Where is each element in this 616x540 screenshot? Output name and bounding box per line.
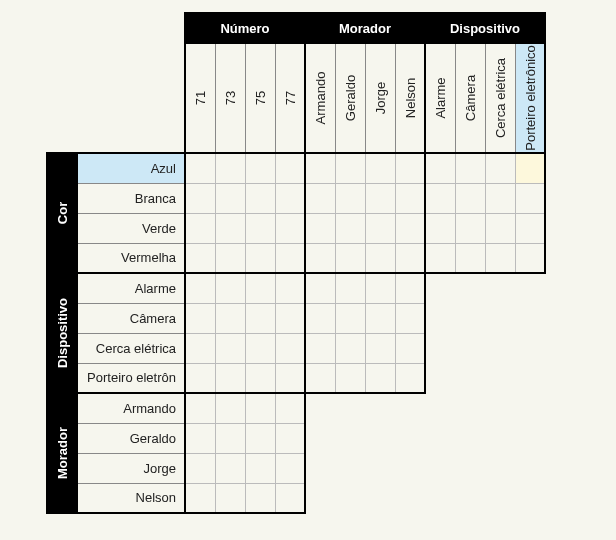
col-label-text: Geraldo	[343, 75, 358, 121]
grid-cell[interactable]	[275, 363, 305, 393]
grid-cell[interactable]	[305, 153, 335, 183]
grid-cell[interactable]	[365, 273, 395, 303]
grid-cell[interactable]	[275, 243, 305, 273]
grid-cell[interactable]	[275, 183, 305, 213]
grid-cell[interactable]	[245, 213, 275, 243]
grid-cell[interactable]	[275, 213, 305, 243]
grid-cell[interactable]	[485, 153, 515, 183]
grid-cell[interactable]	[275, 483, 305, 513]
grid-cell[interactable]	[245, 153, 275, 183]
grid-cell[interactable]	[335, 273, 365, 303]
grid-cell[interactable]	[395, 363, 425, 393]
grid-cell[interactable]	[395, 183, 425, 213]
grid-cell[interactable]	[305, 273, 335, 303]
grid-cell[interactable]	[395, 153, 425, 183]
grid-cell[interactable]	[335, 213, 365, 243]
grid-cell[interactable]	[425, 153, 455, 183]
grid-cell[interactable]	[395, 333, 425, 363]
grid-cell[interactable]	[215, 303, 245, 333]
grid-cell[interactable]	[245, 243, 275, 273]
grid-cell[interactable]	[335, 153, 365, 183]
grid-cell[interactable]	[335, 303, 365, 333]
grid-cell[interactable]	[215, 273, 245, 303]
grid-cell[interactable]	[365, 243, 395, 273]
grid-cell[interactable]	[455, 153, 485, 183]
grid-cell[interactable]	[365, 363, 395, 393]
grid-cell[interactable]	[515, 243, 545, 273]
grid-cell[interactable]	[275, 423, 305, 453]
grid-cell[interactable]	[215, 483, 245, 513]
grid-cell[interactable]	[425, 243, 455, 273]
grid-cell[interactable]	[395, 273, 425, 303]
grid-cell[interactable]	[515, 213, 545, 243]
grid-cell[interactable]	[185, 483, 215, 513]
grid-cell[interactable]	[305, 303, 335, 333]
grid-cell[interactable]	[395, 213, 425, 243]
grid-cell[interactable]	[515, 183, 545, 213]
grid-cell[interactable]	[305, 183, 335, 213]
grid-cell[interactable]	[245, 273, 275, 303]
grid-cell[interactable]	[365, 153, 395, 183]
grid-cell[interactable]	[215, 183, 245, 213]
grid-cell[interactable]	[275, 303, 305, 333]
grid-cell[interactable]	[335, 183, 365, 213]
grid-cell[interactable]	[245, 393, 275, 423]
grid-cell[interactable]	[335, 363, 365, 393]
grid-cell[interactable]	[455, 213, 485, 243]
grid-cell[interactable]	[305, 333, 335, 363]
grid-cell[interactable]	[245, 483, 275, 513]
grid-cell[interactable]	[215, 363, 245, 393]
grid-cell[interactable]	[185, 393, 215, 423]
grid-cell[interactable]	[185, 423, 215, 453]
grid-cell[interactable]	[305, 363, 335, 393]
grid-cell[interactable]	[245, 303, 275, 333]
row-label-cerca-eletrica: Cerca elétrica	[77, 333, 185, 363]
grid-cell[interactable]	[245, 333, 275, 363]
grid-cell[interactable]	[185, 303, 215, 333]
grid-cell[interactable]	[185, 333, 215, 363]
grid-cell[interactable]	[185, 213, 215, 243]
grid-cell[interactable]	[215, 333, 245, 363]
grid-cell[interactable]	[245, 363, 275, 393]
grid-cell[interactable]	[425, 213, 455, 243]
grid-cell[interactable]	[215, 243, 245, 273]
grid-cell[interactable]	[485, 213, 515, 243]
grid-cell[interactable]	[335, 333, 365, 363]
grid-cell[interactable]	[185, 153, 215, 183]
grid-cell[interactable]	[275, 453, 305, 483]
grid-cell[interactable]	[275, 333, 305, 363]
grid-cell[interactable]	[485, 183, 515, 213]
grid-cell[interactable]	[275, 273, 305, 303]
grid-cell[interactable]	[245, 423, 275, 453]
grid-cell[interactable]	[185, 363, 215, 393]
grid-cell[interactable]	[185, 273, 215, 303]
row-label-azul: Azul	[77, 153, 185, 183]
grid-cell[interactable]	[215, 453, 245, 483]
grid-cell[interactable]	[215, 393, 245, 423]
grid-cell[interactable]	[365, 303, 395, 333]
grid-cell[interactable]	[185, 243, 215, 273]
grid-cell[interactable]	[275, 393, 305, 423]
grid-cell[interactable]	[215, 423, 245, 453]
grid-cell[interactable]	[365, 333, 395, 363]
grid-cell[interactable]	[245, 453, 275, 483]
grid-cell[interactable]	[305, 243, 335, 273]
grid-cell[interactable]	[395, 243, 425, 273]
grid-cell[interactable]	[455, 243, 485, 273]
grid-cell[interactable]	[185, 183, 215, 213]
grid-cell[interactable]	[515, 153, 545, 183]
grid-cell[interactable]	[455, 183, 485, 213]
col-label-nelson: Nelson	[395, 43, 425, 153]
grid-cell[interactable]	[395, 303, 425, 333]
grid-cell[interactable]	[245, 183, 275, 213]
grid-cell[interactable]	[185, 453, 215, 483]
grid-cell[interactable]	[365, 213, 395, 243]
grid-cell[interactable]	[365, 183, 395, 213]
grid-cell[interactable]	[425, 183, 455, 213]
grid-cell[interactable]	[335, 243, 365, 273]
grid-cell[interactable]	[275, 153, 305, 183]
grid-cell[interactable]	[215, 213, 245, 243]
grid-cell[interactable]	[305, 213, 335, 243]
grid-cell[interactable]	[215, 153, 245, 183]
grid-cell[interactable]	[485, 243, 515, 273]
